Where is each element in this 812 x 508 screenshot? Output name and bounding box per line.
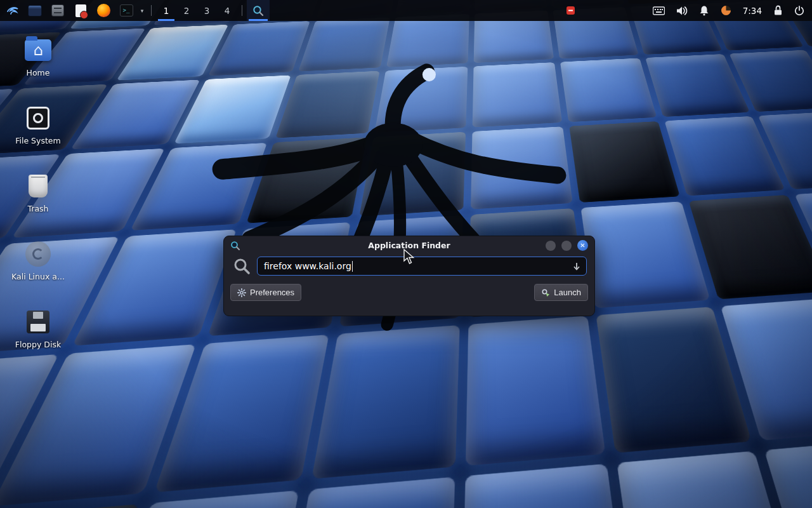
desktop-icon-label: Kali Linux a... — [11, 272, 65, 281]
file-manager-icon — [51, 4, 64, 17]
launch-label: Launch — [554, 288, 581, 297]
launch-button[interactable]: Launch — [534, 284, 588, 301]
desktop-icon-label: Floppy Disk — [15, 340, 61, 349]
wallpaper-cube — [272, 477, 455, 508]
notifications[interactable] — [699, 5, 709, 16]
close-button[interactable]: ✕ — [577, 240, 588, 251]
system-tray: 7:34 — [566, 0, 812, 21]
search-input-value: firefox www.kali.org — [264, 261, 351, 271]
desktop-icon-home[interactable]: ⌂ Home — [8, 36, 69, 77]
button-row: Preferences Launch — [224, 284, 594, 301]
floppy-disk-icon — [23, 307, 53, 337]
taskbar-window-button[interactable] — [23, 0, 46, 21]
wallpaper-cube — [473, 62, 562, 127]
workspace-2[interactable]: 2 — [176, 0, 197, 21]
desktop: >_ ▾ 1 2 3 4 — [0, 0, 812, 508]
workspace-2-label: 2 — [184, 6, 190, 16]
record-tray-icon[interactable] — [566, 6, 575, 15]
file-system-icon — [23, 104, 53, 133]
search-icon — [233, 257, 251, 275]
window-icon — [28, 5, 42, 17]
clock[interactable]: 7:34 — [743, 6, 762, 16]
application-finder-window-icon — [230, 241, 240, 251]
wallpaper-cube — [386, 14, 469, 67]
wallpaper-cube — [275, 71, 380, 138]
workspace-4[interactable]: 4 — [217, 0, 237, 21]
firefox-icon — [97, 4, 110, 17]
kali-menu-icon — [5, 3, 20, 18]
workspace-1-label: 1 — [164, 6, 169, 16]
window-title: Application Finder — [224, 241, 594, 250]
arrow-down-icon — [572, 262, 581, 271]
wallpaper-cube — [569, 121, 679, 203]
wallpaper-cube — [462, 464, 633, 508]
desktop-icon-kali-linux[interactable]: Kali Linux a... — [8, 239, 69, 281]
status-orb[interactable] — [721, 5, 731, 16]
desktop-icon-file-system[interactable]: File System — [8, 104, 69, 145]
lock-icon — [773, 5, 783, 16]
text-caret — [352, 261, 353, 272]
file-manager-launcher[interactable] — [46, 0, 69, 21]
logout-button[interactable] — [794, 6, 804, 16]
panel-separator — [151, 5, 152, 16]
taskbar-application-finder[interactable] — [247, 0, 270, 21]
trash-icon — [23, 171, 53, 201]
firefox-launcher[interactable] — [92, 0, 115, 21]
wallpaper-cube — [764, 439, 812, 508]
desktop-icon-label: Trash — [27, 204, 48, 213]
status-orb-icon — [721, 5, 731, 16]
launcher-dropdown-arrow[interactable]: ▾ — [138, 0, 147, 21]
search-input[interactable]: firefox www.kali.org — [257, 257, 587, 276]
search-row: firefox www.kali.org — [224, 255, 594, 276]
workspace-4-label: 4 — [225, 6, 230, 16]
wallpaper-cube — [0, 504, 140, 508]
power-icon — [794, 6, 804, 16]
maximize-button[interactable] — [561, 241, 572, 251]
workspace-3-label: 3 — [204, 6, 210, 16]
application-finder-window: Application Finder ✕ firefox www.kali.or… — [223, 236, 595, 316]
wallpaper-cube — [471, 126, 572, 209]
close-icon: ✕ — [580, 242, 585, 249]
preferences-button[interactable]: Preferences — [230, 284, 301, 301]
preferences-label: Preferences — [250, 288, 294, 297]
kali-docs-icon — [23, 239, 53, 269]
notifications-bell-icon — [699, 5, 709, 16]
keyboard-icon — [653, 6, 665, 15]
panel-left: >_ ▾ 1 2 3 4 — [0, 0, 270, 21]
wallpaper-cube — [688, 195, 812, 299]
lock-screen-button[interactable] — [773, 5, 783, 16]
wallpaper-cube — [375, 67, 468, 133]
run-icon — [541, 288, 550, 297]
chevron-down-icon: ▾ — [141, 8, 144, 14]
history-dropdown-button[interactable] — [572, 262, 581, 271]
application-finder-icon — [252, 4, 265, 17]
titlebar-buttons: ✕ — [546, 240, 588, 251]
terminal-launcher[interactable]: >_ — [115, 0, 138, 21]
top-panel: >_ ▾ 1 2 3 4 — [0, 0, 812, 21]
terminal-icon: >_ — [120, 4, 133, 17]
workspace-3[interactable]: 3 — [197, 0, 217, 21]
desktop-icon-trash[interactable]: Trash — [8, 171, 69, 213]
wallpaper-cube — [580, 201, 710, 308]
wallpaper-cube — [312, 325, 460, 479]
gear-icon — [237, 288, 246, 297]
text-editor-icon — [75, 4, 86, 17]
volume-control[interactable] — [676, 6, 688, 16]
wallpaper-cube — [466, 316, 605, 465]
desktop-icon-label: Home — [27, 68, 50, 77]
keyboard-indicator[interactable] — [653, 6, 665, 15]
home-folder-icon: ⌂ — [23, 36, 53, 65]
minimize-button[interactable] — [546, 241, 556, 251]
workspace-1[interactable]: 1 — [156, 0, 176, 21]
panel-separator — [242, 5, 242, 16]
volume-icon — [676, 6, 688, 16]
titlebar[interactable]: Application Finder ✕ — [224, 236, 594, 255]
record-icon — [566, 6, 575, 15]
text-editor-launcher[interactable] — [69, 0, 92, 21]
desktop-icon-label: File System — [15, 136, 61, 145]
wallpaper-cube — [560, 58, 657, 122]
wallpaper-cube — [360, 132, 466, 217]
applications-menu-button[interactable] — [2, 0, 23, 21]
desktop-icon-floppy-disk[interactable]: Floppy Disk — [8, 307, 69, 349]
wallpaper-cube — [298, 17, 390, 71]
